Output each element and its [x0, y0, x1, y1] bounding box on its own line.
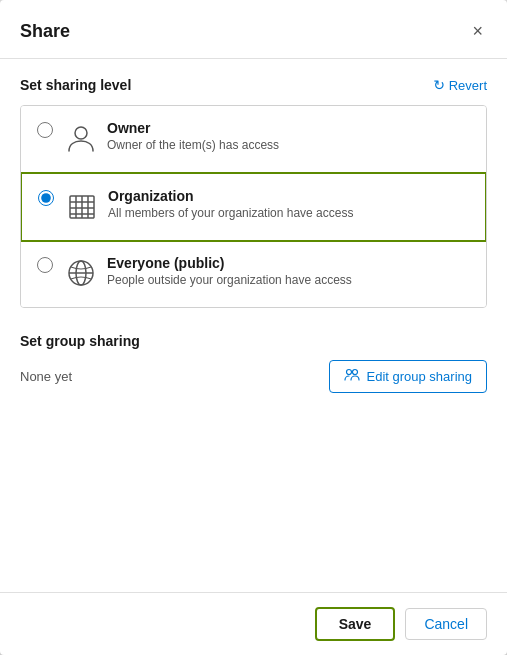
svg-point-12 [353, 370, 358, 375]
everyone-label: Everyone (public) [107, 255, 470, 271]
everyone-desc: People outside your organization have ac… [107, 273, 470, 287]
globe-icon [65, 257, 97, 293]
svg-point-0 [75, 127, 87, 139]
organization-option-content: Organization All members of your organiz… [108, 188, 469, 220]
dialog-body: Set sharing level ↺ Revert Own [0, 59, 507, 592]
group-sharing-icon [344, 367, 360, 386]
owner-option-content: Owner Owner of the item(s) has access [107, 120, 470, 152]
organization-desc: All members of your organization have ac… [108, 206, 469, 220]
dialog-header: Share × [0, 0, 507, 59]
radio-organization[interactable] [38, 190, 54, 206]
edit-group-sharing-label: Edit group sharing [366, 369, 472, 384]
person-icon [65, 122, 97, 158]
owner-label: Owner [107, 120, 470, 136]
building-icon [66, 190, 98, 226]
sharing-option-organization[interactable]: Organization All members of your organiz… [20, 172, 487, 242]
radio-everyone[interactable] [37, 257, 53, 273]
sharing-options-list: Owner Owner of the item(s) has access [20, 105, 487, 308]
sharing-option-owner[interactable]: Owner Owner of the item(s) has access [21, 106, 486, 173]
save-button[interactable]: Save [315, 607, 396, 641]
none-yet-label: None yet [20, 369, 72, 384]
everyone-option-content: Everyone (public) People outside your or… [107, 255, 470, 287]
owner-desc: Owner of the item(s) has access [107, 138, 470, 152]
group-sharing-title: Set group sharing [20, 333, 140, 349]
organization-label: Organization [108, 188, 469, 204]
revert-button[interactable]: ↺ Revert [433, 77, 487, 93]
revert-label: Revert [449, 78, 487, 93]
group-sharing-section: Set group sharing None yet Edit group sh… [20, 332, 487, 393]
svg-point-11 [347, 370, 352, 375]
revert-icon: ↺ [433, 77, 445, 93]
group-sharing-row: None yet Edit group sharing [20, 360, 487, 393]
sharing-level-title: Set sharing level [20, 77, 131, 93]
radio-organization-wrapper [38, 190, 54, 210]
cancel-button[interactable]: Cancel [405, 608, 487, 640]
share-dialog: Share × Set sharing level ↺ Revert [0, 0, 507, 655]
radio-everyone-wrapper [37, 257, 53, 277]
close-button[interactable]: × [468, 18, 487, 44]
radio-owner-wrapper [37, 122, 53, 142]
dialog-title: Share [20, 21, 70, 42]
edit-group-sharing-button[interactable]: Edit group sharing [329, 360, 487, 393]
radio-owner[interactable] [37, 122, 53, 138]
sharing-option-everyone[interactable]: Everyone (public) People outside your or… [21, 241, 486, 307]
dialog-footer: Save Cancel [0, 592, 507, 655]
sharing-level-header: Set sharing level ↺ Revert [20, 77, 487, 93]
